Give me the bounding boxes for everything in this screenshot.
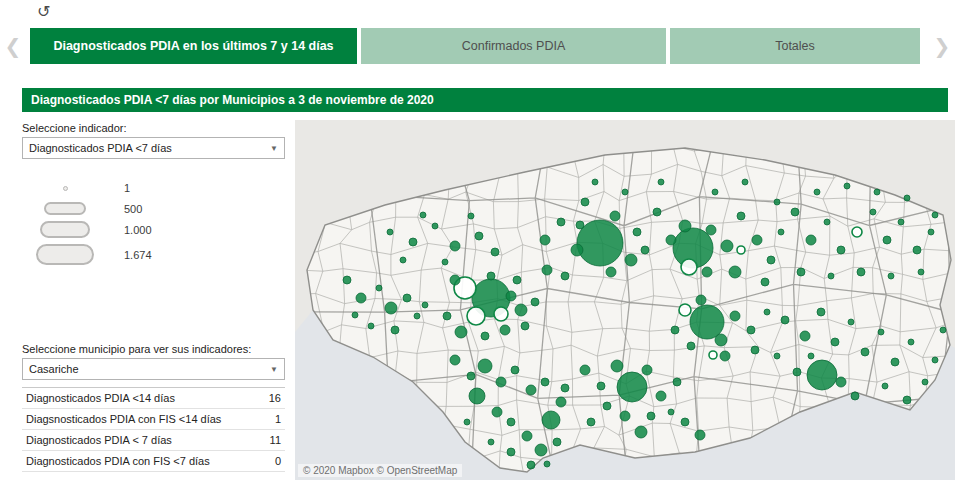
legend-value: 1.000 (124, 224, 152, 236)
table-row: Diagsnosticados PDIA con FIS <14 días 1 (22, 409, 285, 430)
row-value: 11 (270, 434, 281, 446)
tab-diagnosticados-pdia-7-14[interactable]: Diagnosticados PDIA en los últimos 7 y 1… (30, 28, 357, 64)
legend-item: 500 (22, 202, 152, 215)
legend-size-bubble (40, 221, 90, 238)
map[interactable]: © 2020 Mapbox © OpenStreetMap (295, 120, 955, 480)
legend-size-bubble (36, 244, 94, 265)
municipality-select[interactable]: Casariche ▼ (22, 358, 285, 380)
legend-value: 500 (124, 203, 142, 215)
municipality-select-label: Seleccione municipio para ver sus indica… (22, 343, 285, 355)
map-attribution[interactable]: © 2020 Mapbox © OpenStreetMap (298, 464, 462, 477)
chevron-down-icon: ▼ (270, 144, 278, 153)
legend-value: 1.674 (124, 249, 152, 261)
tabs-scroll-right-icon[interactable]: ❯ (929, 28, 955, 64)
indicator-select-label: Seleccione indicador: (22, 122, 285, 134)
legend-item: 1.000 (22, 221, 152, 238)
page-title: Diagnosticados PDIA <7 días por Municipi… (22, 88, 948, 112)
legend-item: 1 (22, 182, 152, 194)
table-row: Diagnosticados PDIA con FIS <7 días 0 (22, 451, 285, 472)
tab-bar: ❮ Diagnosticados PDIA en los últimos 7 y… (0, 28, 955, 64)
chevron-down-icon: ▼ (270, 365, 278, 374)
row-value: 16 (269, 392, 281, 404)
row-label: Diagsnosticados PDIA con FIS <14 días (26, 413, 221, 425)
tabs-scroll-left-icon[interactable]: ❮ (0, 28, 26, 64)
legend-item: 1.674 (22, 244, 152, 265)
row-value: 0 (275, 455, 281, 467)
size-legend: 1 500 1.000 1.674 (22, 182, 152, 265)
row-value: 1 (275, 413, 281, 425)
sidebar: Seleccione indicador: Diagnosticados PDI… (22, 120, 285, 480)
tab-totales[interactable]: Totales (670, 28, 920, 64)
indicators-table: Diagnosticados PDIA <14 días 16 Diagsnos… (22, 387, 285, 472)
legend-size-bubble (44, 202, 86, 215)
municipality-panel: Seleccione municipio para ver sus indica… (22, 341, 285, 472)
row-label: Diagnosticados PDIA < 7 días (26, 434, 172, 446)
indicator-select-value: Diagnosticados PDIA <7 días (29, 142, 172, 154)
municipality-select-value: Casariche (29, 363, 79, 375)
table-row: Diagnosticados PDIA < 7 días 11 (22, 430, 285, 451)
table-row: Diagnosticados PDIA <14 días 16 (22, 388, 285, 409)
row-label: Diagnosticados PDIA <14 días (26, 392, 175, 404)
map-svg (295, 120, 955, 480)
refresh-icon[interactable]: ↺ (37, 2, 50, 21)
row-label: Diagnosticados PDIA con FIS <7 días (26, 455, 210, 467)
indicator-select[interactable]: Diagnosticados PDIA <7 días ▼ (22, 137, 285, 159)
legend-size-bubble (63, 186, 68, 191)
legend-value: 1 (124, 182, 130, 194)
tab-confirmados-pdia[interactable]: Confirmados PDIA (361, 28, 666, 64)
